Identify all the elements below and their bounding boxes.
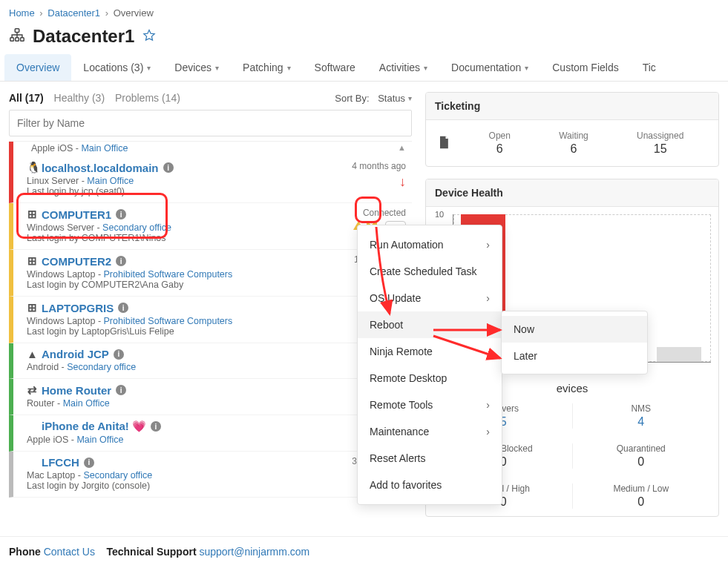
tab-activities[interactable]: Activities▾ — [367, 54, 439, 81]
breadcrumb: Home › Datacenter1 › Overview — [0, 0, 728, 22]
document-icon — [436, 133, 451, 153]
device-location-link[interactable]: Secondary office — [102, 222, 171, 233]
device-location-link[interactable]: Main Office — [81, 143, 128, 153]
health-cell: Quarantined0 — [573, 443, 710, 469]
context-submenu: NowLater — [501, 311, 648, 374]
ticket-stat[interactable]: Waiting6 — [559, 131, 588, 156]
info-icon[interactable]: i — [163, 162, 174, 173]
chevron-down-icon: ▾ — [287, 64, 291, 72]
info-icon[interactable]: i — [118, 303, 128, 313]
device-location-link[interactable]: Main Office — [87, 176, 134, 186]
filter-input[interactable] — [9, 110, 412, 136]
device-type: Android - Secondary office — [27, 362, 317, 372]
device-location-link[interactable]: Main Office — [76, 435, 123, 445]
ticket-stat[interactable]: Open6 — [489, 131, 511, 156]
menu-item-remote-desktop[interactable]: Remote Desktop — [358, 365, 502, 392]
chevron-right-icon: › — [486, 319, 490, 331]
device-type: Linux Server - Main Office — [27, 176, 317, 186]
ticketing-title: Ticketing — [426, 93, 718, 120]
health-cell[interactable]: NMS4 — [573, 403, 710, 429]
filter-all[interactable]: All (17) — [9, 92, 44, 104]
list-item[interactable]: ⊞LAPTOPGRISiWindows Laptop - Prohibited … — [9, 297, 412, 343]
svg-rect-1 — [10, 37, 14, 41]
list-item[interactable]: LFCCHiMac Laptop - Secondary officeLast … — [9, 452, 412, 498]
footer-contact-link[interactable]: Contact Us — [44, 546, 95, 558]
device-name[interactable]: ⇄Home Routeri — [27, 383, 317, 397]
filter-problems[interactable]: Problems (14) — [115, 92, 180, 104]
device-name[interactable]: 🐧localhost.localdomaini — [27, 161, 317, 174]
svg-rect-0 — [15, 28, 19, 32]
menu-item-create-scheduled-task[interactable]: Create Scheduled Task — [358, 258, 502, 285]
menu-item-ninja-remote[interactable]: Ninja Remote — [358, 338, 502, 365]
filter-healthy[interactable]: Healthy (3) — [54, 92, 105, 104]
sort-by[interactable]: Sort By: Status▾ — [335, 93, 412, 104]
tab-software[interactable]: Software — [303, 54, 367, 81]
device-location-link[interactable]: Secondary office — [67, 362, 136, 372]
info-icon[interactable]: i — [116, 385, 126, 395]
os-icon: ⊞ — [27, 208, 37, 221]
tab-overview[interactable]: Overview — [4, 54, 71, 81]
device-type: Apple iOS - Main Office — [27, 435, 317, 445]
breadcrumb-home[interactable]: Home — [9, 7, 35, 19]
device-location-link[interactable]: Prohibited Software Computers — [104, 269, 233, 280]
chart-ytick: 10 — [435, 210, 444, 219]
tab-tic[interactable]: Tic — [631, 54, 668, 81]
chevron-down-icon: ▾ — [147, 64, 151, 72]
tab-custom-fields[interactable]: Custom Fields — [540, 54, 630, 81]
list-item[interactable]: iPhone de Anita! 💗iApple iOS - Main Offi… — [9, 415, 412, 452]
device-name[interactable]: ⊞COMPUTER2i — [27, 254, 317, 268]
page-title: Datacenter1 — [33, 26, 134, 47]
device-name[interactable]: ⊞COMPUTER1i — [27, 208, 317, 221]
device-login: Last login by COMPUTER1\Ninos — [27, 233, 317, 243]
filter-bar: All (17) Healthy (3) Problems (14) Sort … — [9, 92, 412, 104]
menu-item-run-automation[interactable]: Run Automation› — [358, 231, 502, 258]
list-item[interactable]: ⊞COMPUTER2iWindows Laptop - Prohibited S… — [9, 250, 412, 297]
menu-item-remote-tools[interactable]: Remote Tools› — [358, 392, 502, 418]
menu-item-add-to-favorites[interactable]: Add to favorites — [358, 472, 502, 498]
device-name[interactable]: iPhone de Anita! 💗i — [27, 420, 317, 433]
os-icon: ⊞ — [27, 254, 37, 268]
favorite-star-icon[interactable] — [142, 28, 157, 45]
ticket-label: Waiting — [559, 131, 588, 141]
offline-arrow-icon: ↓ — [399, 174, 406, 190]
tab-locations-3-[interactable]: Locations (3)▾ — [71, 54, 163, 81]
info-icon[interactable]: i — [151, 421, 161, 432]
device-status: 4 months ago — [352, 161, 406, 171]
tab-documentation[interactable]: Documentation▾ — [439, 54, 540, 81]
list-item-partial: Apple iOS - Main Office ▲ — [9, 142, 412, 156]
os-icon: ⊞ — [27, 301, 37, 314]
info-icon[interactable]: i — [116, 209, 126, 219]
info-icon[interactable]: i — [84, 458, 94, 468]
chart-bar[interactable] — [657, 347, 701, 362]
chevron-right-icon: › — [486, 292, 490, 304]
footer-support-link[interactable]: support@ninjarmm.com — [199, 546, 309, 558]
device-location-link[interactable]: Secondary office — [83, 470, 152, 481]
breadcrumb-dc[interactable]: Datacenter1 — [47, 7, 100, 19]
menu-item-os-update[interactable]: OS Update› — [358, 285, 502, 311]
menu-item-reset-alerts[interactable]: Reset Alerts — [358, 445, 502, 472]
list-item[interactable]: ⊞COMPUTER1iWindows Server - Secondary of… — [9, 203, 412, 250]
tab-devices[interactable]: Devices▾ — [163, 54, 231, 81]
list-item[interactable]: ⇄Home RouteriRouter - Main OfficeConnect… — [9, 379, 412, 415]
chevron-right-icon: › — [486, 399, 490, 411]
info-icon[interactable]: i — [114, 349, 124, 360]
list-item[interactable]: 🐧localhost.localdomainiLinux Server - Ma… — [9, 156, 412, 203]
tab-patching[interactable]: Patching▾ — [231, 54, 302, 81]
device-location-link[interactable]: Prohibited Software Computers — [104, 316, 233, 326]
menu-item-reboot[interactable]: Reboot› — [358, 311, 502, 338]
ticket-label: Open — [489, 131, 511, 141]
list-item[interactable]: ▲Android JCPiAndroid - Secondary officeC… — [9, 343, 412, 379]
device-name[interactable]: ⊞LAPTOPGRISi — [27, 301, 317, 314]
device-type: Windows Laptop - Prohibited Software Com… — [27, 316, 317, 326]
submenu-item-now[interactable]: Now — [502, 316, 647, 343]
menu-item-maintenance[interactable]: Maintenance› — [358, 418, 502, 445]
device-name[interactable]: LFCCHi — [27, 456, 317, 469]
ticket-stat[interactable]: Unassigned15 — [637, 131, 683, 156]
os-icon: ▲ — [27, 348, 37, 360]
device-health-title: Device Health — [426, 179, 718, 207]
info-icon[interactable]: i — [116, 256, 126, 266]
device-name[interactable]: ▲Android JCPi — [27, 348, 317, 360]
device-location-link[interactable]: Main Office — [63, 398, 110, 409]
scroll-up-icon[interactable]: ▲ — [398, 143, 406, 153]
submenu-item-later[interactable]: Later — [502, 343, 647, 369]
